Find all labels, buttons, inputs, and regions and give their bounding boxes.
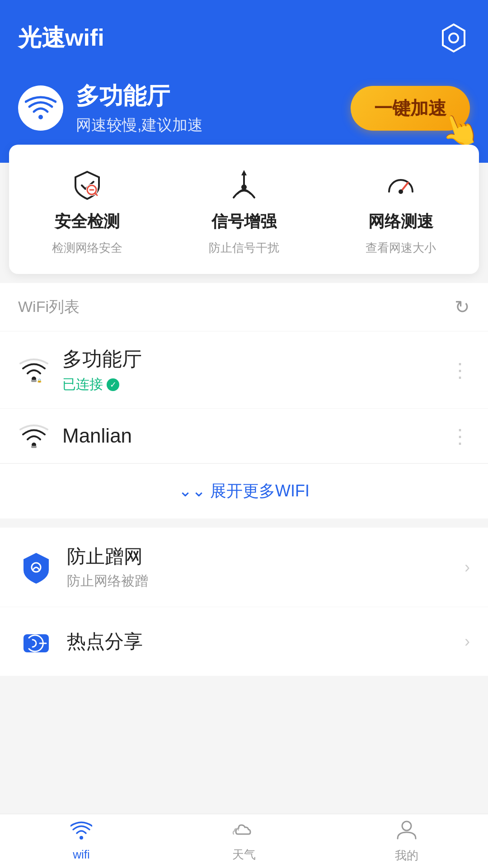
signal-icon — [226, 167, 262, 203]
security-icon — [69, 167, 105, 203]
prevent-leeching-arrow: › — [465, 558, 470, 577]
nav-wifi-label: wifi — [73, 848, 90, 862]
banner-left: 多功能厅 网速较慢,建议加速 — [18, 80, 203, 136]
svg-rect-13 — [31, 380, 37, 382]
speedtest-label: 网络测速 — [368, 211, 433, 233]
tool-signal[interactable]: 信号增强 防止信号干扰 — [209, 167, 279, 256]
wifi-more-button-1[interactable]: ⋮ — [450, 425, 470, 448]
nav-item-mine[interactable]: 我的 — [325, 814, 488, 868]
speed-button-wrapper: 一键加速 👆 — [351, 86, 470, 131]
wifi-name-manlian: Manlian — [62, 425, 437, 447]
feature-section: 防止蹭网 防止网络被蹭 › 热点分享 › — [0, 528, 488, 676]
expand-wifi-label: ⌄⌄ 展开更多WIFI — [178, 481, 310, 500]
wifi-signal-strong-icon: 🔒 — [18, 357, 50, 382]
nav-mine-icon — [396, 819, 418, 845]
app-title: 光速wifi — [18, 22, 104, 54]
banner-subtitle: 网速较慢,建议加速 — [76, 115, 203, 136]
nav-item-weather[interactable]: 天气 — [163, 814, 325, 868]
hotspot-share-arrow: › — [465, 632, 470, 651]
security-label: 安全检测 — [55, 211, 120, 233]
nav-item-wifi[interactable]: wifi — [0, 814, 163, 868]
svg-point-19 — [80, 836, 83, 840]
wifi-item-connected[interactable]: 🔒 多功能厅 已连接 ✓ ⋮ — [0, 331, 488, 409]
security-desc: 检测网络安全 — [52, 240, 122, 256]
prevent-leeching-title: 防止蹭网 — [67, 544, 452, 569]
svg-marker-9 — [241, 170, 247, 175]
signal-desc: 防止信号干扰 — [209, 240, 279, 256]
bottom-nav: wifi 天气 我的 — [0, 814, 488, 868]
nav-wifi-icon — [70, 821, 92, 845]
svg-marker-0 — [443, 24, 465, 52]
refresh-button[interactable]: ↻ — [455, 297, 470, 317]
speedtest-icon — [383, 167, 419, 203]
nav-mine-label: 我的 — [395, 848, 418, 863]
wifi-info-manlian: Manlian — [62, 425, 437, 447]
hotspot-share-icon — [18, 623, 54, 660]
svg-point-11 — [399, 189, 403, 194]
feature-prevent-leeching[interactable]: 防止蹭网 防止网络被蹭 › — [0, 528, 488, 607]
app-header: 光速wifi — [0, 0, 488, 67]
wifi-name-connected: 多功能厅 — [62, 346, 437, 373]
prevent-leeching-text: 防止蹭网 防止网络被蹭 — [67, 544, 452, 590]
nav-weather-label: 天气 — [232, 847, 256, 863]
tool-security[interactable]: 安全检测 检测网络安全 — [52, 167, 122, 256]
speedtest-desc: 查看网速大小 — [366, 240, 436, 256]
nav-weather-icon — [232, 820, 256, 844]
svg-point-2 — [38, 115, 43, 119]
hotspot-share-text: 热点分享 — [67, 629, 452, 654]
banner-text: 多功能厅 网速较慢,建议加速 — [76, 80, 203, 136]
banner-wifi-name: 多功能厅 — [76, 80, 203, 112]
prevent-leeching-desc: 防止网络被蹭 — [67, 572, 452, 590]
svg-rect-16 — [31, 446, 37, 448]
prevent-leeching-icon — [18, 549, 54, 585]
wifi-status-connected: 已连接 ✓ — [62, 375, 437, 394]
wifi-list-section: WiFi列表 ↻ 🔒 多功能厅 已连接 ✓ ⋮ — [0, 283, 488, 519]
expand-wifi-button[interactable]: ⌄⌄ 展开更多WIFI — [0, 463, 488, 519]
banner-wifi-icon — [18, 85, 63, 131]
settings-button[interactable] — [437, 22, 470, 54]
signal-label: 信号增强 — [211, 211, 277, 233]
wifi-more-button-0[interactable]: ⋮ — [450, 359, 470, 382]
feature-hotspot-share[interactable]: 热点分享 › — [0, 607, 488, 676]
tools-card: 安全检测 检测网络安全 信号增强 防止信号干扰 网络测速 查看网速大小 — [9, 145, 479, 274]
tool-speedtest[interactable]: 网络测速 查看网速大小 — [366, 167, 436, 256]
hotspot-share-title: 热点分享 — [67, 629, 452, 654]
wifi-signal-medium-icon — [18, 423, 50, 448]
wifi-list-header: WiFi列表 ↻ — [0, 283, 488, 331]
svg-point-1 — [449, 33, 458, 42]
svg-point-20 — [402, 821, 411, 830]
connected-checkmark: ✓ — [107, 378, 119, 391]
wifi-item-manlian[interactable]: Manlian ⋮ — [0, 409, 488, 463]
svg-text:🔒: 🔒 — [37, 378, 42, 382]
wifi-info-connected: 多功能厅 已连接 ✓ — [62, 346, 437, 394]
wifi-list-title: WiFi列表 — [18, 297, 80, 317]
